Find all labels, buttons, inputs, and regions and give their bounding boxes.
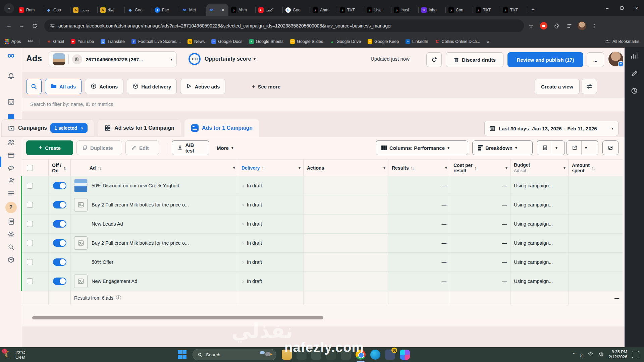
testing-box-icon[interactable] (4, 253, 18, 266)
create-button[interactable]: Create (26, 140, 73, 155)
export-button[interactable] (566, 140, 598, 155)
opportunity-score-label[interactable]: Opportunity score (205, 56, 251, 62)
volume-icon[interactable] (598, 351, 604, 358)
ab-test-button[interactable]: A/B test (172, 140, 209, 155)
omnibox[interactable]: adsmanager.facebook.com/adsmanager/manag… (44, 19, 524, 32)
row-checkbox[interactable] (27, 278, 33, 284)
breakdown-button[interactable]: Breakdown (472, 140, 533, 155)
ad-caret-icon[interactable] (233, 166, 235, 170)
header-more-button[interactable]: ... (587, 52, 604, 67)
bookmark-item[interactable]: Football Live Scores,... (131, 39, 181, 44)
bookmark-item[interactable]: Google Keep (368, 39, 399, 44)
ad-toggle[interactable] (53, 182, 66, 189)
bookmarks-overflow-chevron[interactable]: » (487, 39, 489, 44)
charts-button[interactable] (602, 140, 619, 155)
bookmark-item[interactable]: Gmail (47, 39, 64, 44)
tab-groups-icon[interactable] (28, 39, 33, 44)
billing-card-icon[interactable] (4, 149, 18, 162)
browser-tab[interactable]: TikT × (337, 4, 364, 16)
ad-name[interactable]: New Leads Ad (92, 221, 123, 227)
header-off-on[interactable]: Off /On (49, 160, 71, 176)
window-minimize-button[interactable]: – (600, 0, 614, 16)
amount-sort-icon[interactable] (592, 165, 594, 171)
taskbar-search[interactable]: Search (193, 349, 276, 360)
menu-lines-icon[interactable] (4, 187, 18, 200)
row-checkbox[interactable] (27, 240, 33, 246)
browser-tab[interactable]: Fac × (152, 4, 179, 16)
table-row[interactable]: Buy 2 Full cream Milk bottles for the pr… (22, 234, 623, 253)
header-ad[interactable]: Ad (71, 160, 238, 176)
row-checkbox[interactable] (27, 221, 33, 227)
browser-tab[interactable]: إطلا × (98, 4, 125, 16)
side-panel-icon[interactable] (564, 20, 575, 32)
browser-tab[interactable]: Ahm × (310, 4, 337, 16)
insights-chart-icon[interactable] (631, 52, 638, 61)
ads-megaphone-icon[interactable] (4, 162, 18, 174)
opportunity-score-ring[interactable]: 100 (189, 53, 201, 65)
delivery-sort-icon[interactable] (262, 165, 264, 171)
settings-gear-icon[interactable] (4, 228, 18, 241)
row-checkbox[interactable] (27, 259, 33, 265)
more-button[interactable]: More (212, 140, 238, 155)
row-ad-cell[interactable]: 50% Discount on our new Greek Yoghurt (71, 176, 238, 195)
table-row[interactable]: New Engagement Ad In draft — — Using cam… (22, 272, 623, 291)
ad-toggle[interactable] (53, 239, 66, 247)
new-tab-button[interactable]: + (529, 5, 537, 14)
bookmark-item[interactable]: Google Slides (290, 39, 323, 44)
adblock-extension-icon[interactable] (538, 20, 549, 32)
search-highlight-bird[interactable] (259, 350, 274, 359)
ad-toggle[interactable] (53, 278, 66, 285)
table-row[interactable]: New Leads Ad In draft — — Using campaign… (22, 215, 623, 234)
browser-tab[interactable]: busi × (391, 4, 419, 16)
profile-avatar[interactable] (576, 20, 588, 32)
view-settings-button[interactable] (582, 79, 597, 94)
ad-toggle[interactable] (53, 258, 66, 266)
history-clock-icon[interactable] (631, 87, 638, 96)
row-ad-cell[interactable]: 50% Offer (71, 253, 238, 272)
apps-shortcut[interactable]: Apps (5, 39, 21, 44)
all-bookmarks-button[interactable]: All Bookmarks (605, 39, 639, 44)
see-more-button[interactable]: See more (248, 79, 284, 94)
browser-tab[interactable]: Goo × (125, 4, 152, 16)
budget-caret-icon[interactable] (564, 166, 566, 170)
back-icon[interactable]: ← (3, 20, 15, 32)
user-avatar[interactable]: f (608, 52, 623, 66)
tab-campaigns[interactable]: Campaigns 1 selected (1, 119, 94, 137)
filter-tab[interactable]: Actions (85, 79, 123, 94)
help-question-icon[interactable]: ? (4, 201, 18, 214)
bookmark-item[interactable]: LinkedIn (406, 39, 428, 44)
header-amount[interactable]: Amountspent (569, 160, 623, 176)
tab-ads[interactable]: Ads for 1 Campaign (184, 119, 259, 137)
taskbar-weather-widget[interactable]: 3 22°C Clear (0, 350, 67, 360)
off-on-sort-icon[interactable] (63, 165, 66, 171)
window-maximize-button[interactable] (614, 0, 629, 16)
edit-pencil-icon[interactable] (631, 70, 638, 78)
row-checkbox[interactable] (27, 183, 33, 189)
browser-menu-icon[interactable]: ⋮ (589, 20, 600, 32)
forward-icon[interactable]: → (16, 20, 28, 32)
ad-toggle[interactable] (53, 220, 66, 228)
browser-tab[interactable]: Goo × (43, 4, 70, 16)
table-row[interactable]: Buy 2 Full cream Milk bottles for the pr… (22, 195, 623, 215)
filter-tab[interactable]: Active ads (180, 79, 225, 94)
discard-drafts-button[interactable]: Discard drafts (446, 52, 503, 67)
bookmark-item[interactable]: Google Drive (330, 39, 361, 44)
bookmark-item[interactable]: YouTube (71, 39, 94, 44)
refresh-data-button[interactable] (426, 52, 442, 67)
cost-sort-icon[interactable] (475, 165, 477, 171)
ad-sort-icon[interactable] (98, 165, 101, 171)
bookmark-star-icon[interactable]: ☆ (525, 20, 537, 32)
row-ad-cell[interactable]: Buy 2 Full cream Milk bottles for the pr… (71, 234, 238, 252)
language-indicator[interactable]: ع (580, 352, 583, 358)
notifications-bell-icon[interactable] (4, 70, 18, 82)
ad-toggle[interactable] (53, 201, 66, 208)
cost-caret-icon[interactable] (505, 166, 507, 170)
row-checkbox[interactable] (27, 202, 33, 208)
browser-tab[interactable]: TikT × (500, 4, 527, 16)
opportunity-caret-icon[interactable] (254, 57, 256, 61)
export-caret-icon[interactable] (581, 141, 587, 155)
browser-tab[interactable]: مجت × (70, 4, 98, 16)
columns-button[interactable]: Columns: Performance (376, 140, 468, 155)
taskbar-clock[interactable]: 8:35 PM 2/12/2026 (608, 350, 627, 360)
browser-tab[interactable]: Met × (179, 4, 206, 16)
